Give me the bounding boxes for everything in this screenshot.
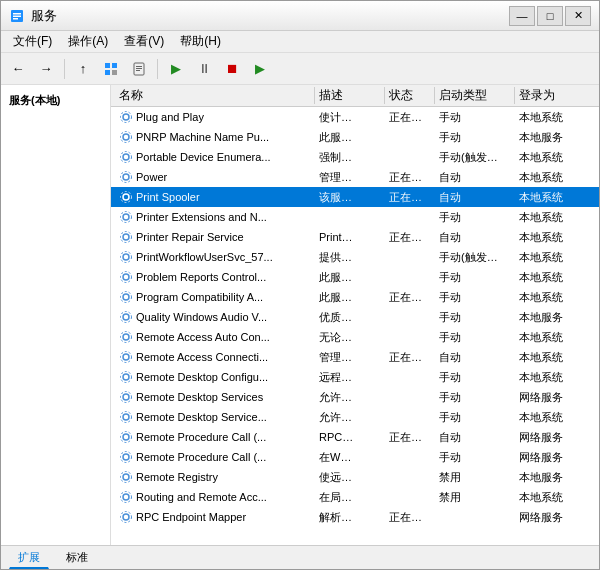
maximize-button[interactable]: □ [537, 6, 563, 26]
menu-help[interactable]: 帮助(H) [172, 31, 229, 52]
service-logon-cell: 本地系统 [515, 170, 595, 185]
restart-button[interactable]: ▶ [247, 57, 273, 81]
service-desc-cell: 强制… [315, 150, 385, 165]
service-name-cell: Portable Device Enumera... [115, 150, 315, 164]
service-startup-cell: 自动 [435, 170, 515, 185]
service-name-label: Program Compatibility A... [136, 291, 263, 303]
table-row[interactable]: PrintWorkflowUserSvc_57...提供…手动(触发…本地系统 [111, 247, 599, 267]
gear-icon [119, 150, 133, 164]
service-status-cell: 正在… [385, 170, 435, 185]
service-desc-cell: 解析… [315, 510, 385, 525]
service-logon-cell: 本地系统 [515, 270, 595, 285]
service-logon-cell: 本地系统 [515, 330, 595, 345]
service-startup-cell: 手动(触发… [435, 250, 515, 265]
table-row[interactable]: Remote Procedure Call (...在W…手动网络服务 [111, 447, 599, 467]
gear-icon [119, 470, 133, 484]
table-row[interactable]: Power管理…正在…自动本地系统 [111, 167, 599, 187]
close-button[interactable]: ✕ [565, 6, 591, 26]
menu-view[interactable]: 查看(V) [116, 31, 172, 52]
service-name-cell: Remote Access Auto Con... [115, 330, 315, 344]
svg-point-34 [121, 332, 132, 343]
table-row[interactable]: Remote Desktop Configu...远程…手动本地系统 [111, 367, 599, 387]
service-name-cell: Printer Extensions and N... [115, 210, 315, 224]
col-header-startup[interactable]: 启动类型 [435, 87, 515, 104]
service-logon-cell: 本地服务 [515, 130, 595, 145]
svg-point-32 [121, 312, 132, 323]
table-row[interactable]: Portable Device Enumera...强制…手动(触发…本地系统 [111, 147, 599, 167]
svg-point-44 [121, 432, 132, 443]
table-header: 名称 描述 状态 启动类型 登录为 [111, 85, 599, 107]
service-name-cell: Remote Procedure Call (... [115, 430, 315, 444]
pause-button[interactable]: ⏸ [191, 57, 217, 81]
service-startup-cell: 手动 [435, 330, 515, 345]
service-name-label: Power [136, 171, 167, 183]
service-status-cell: 正在… [385, 430, 435, 445]
svg-point-50 [121, 492, 132, 503]
table-row[interactable]: Routing and Remote Acc...在局…禁用本地系统 [111, 487, 599, 507]
stop-button[interactable]: ⏹ [219, 57, 245, 81]
service-name-cell: PrintWorkflowUserSvc_57... [115, 250, 315, 264]
gear-icon [119, 370, 133, 384]
service-name-label: Printer Repair Service [136, 231, 244, 243]
status-bar: 扩展 标准 [1, 545, 599, 569]
service-startup-cell: 自动 [435, 230, 515, 245]
window-title: 服务 [31, 7, 57, 25]
svg-point-35 [123, 334, 129, 340]
table-body[interactable]: Plug and Play使计…正在…手动本地系统PNRP Machine Na… [111, 107, 599, 545]
service-name-label: PNRP Machine Name Pu... [136, 131, 269, 143]
svg-rect-7 [112, 70, 117, 75]
col-header-logon[interactable]: 登录为 [515, 87, 595, 104]
table-row[interactable]: Remote Access Connecti...管理…正在…自动本地系统 [111, 347, 599, 367]
svg-point-46 [121, 452, 132, 463]
table-row[interactable]: RPC Endpoint Mapper解析…正在…网络服务 [111, 507, 599, 527]
toolbar-separator-1 [64, 59, 65, 79]
svg-rect-10 [136, 68, 142, 69]
table-row[interactable]: Print Spooler该服…正在…自动本地系统 [111, 187, 599, 207]
table-row[interactable]: Quality Windows Audio V...优质…手动本地服务 [111, 307, 599, 327]
svg-point-31 [123, 294, 129, 300]
gear-icon [119, 510, 133, 524]
table-row[interactable]: Remote Access Auto Con...无论…手动本地系统 [111, 327, 599, 347]
table-row[interactable]: Remote Procedure Call (...RPC…正在…自动网络服务 [111, 427, 599, 447]
menu-action[interactable]: 操作(A) [60, 31, 116, 52]
table-row[interactable]: Printer Repair ServicePrint…正在…自动本地系统 [111, 227, 599, 247]
service-name-cell: Remote Access Connecti... [115, 350, 315, 364]
table-row[interactable]: Remote Desktop Services允许…手动网络服务 [111, 387, 599, 407]
service-desc-cell: 提供… [315, 250, 385, 265]
table-row[interactable]: Remote Registry使远…禁用本地服务 [111, 467, 599, 487]
table-row[interactable]: Problem Reports Control...此服…手动本地系统 [111, 267, 599, 287]
svg-point-52 [121, 512, 132, 523]
service-logon-cell: 本地系统 [515, 190, 595, 205]
back-button[interactable]: ← [5, 57, 31, 81]
status-extend[interactable]: 扩展 [9, 547, 49, 569]
col-header-name[interactable]: 名称 [115, 87, 315, 104]
minimize-button[interactable]: — [509, 6, 535, 26]
svg-point-39 [123, 374, 129, 380]
service-name-label: Printer Extensions and N... [136, 211, 267, 223]
status-standard[interactable]: 标准 [57, 547, 97, 568]
sidebar-title: 服务(本地) [9, 93, 102, 108]
col-header-status[interactable]: 状态 [385, 87, 435, 104]
svg-point-12 [121, 112, 132, 123]
service-name-cell: Remote Desktop Configu... [115, 370, 315, 384]
sidebar: 服务(本地) [1, 85, 111, 545]
svg-point-29 [123, 274, 129, 280]
table-row[interactable]: Plug and Play使计…正在…手动本地系统 [111, 107, 599, 127]
table-row[interactable]: PNRP Machine Name Pu...此服…手动本地服务 [111, 127, 599, 147]
table-row[interactable]: Program Compatibility A...此服…正在…手动本地系统 [111, 287, 599, 307]
up-button[interactable]: ↑ [70, 57, 96, 81]
gear-icon [119, 490, 133, 504]
service-startup-cell: 手动 [435, 290, 515, 305]
svg-point-20 [121, 192, 132, 203]
start-button[interactable]: ▶ [163, 57, 189, 81]
menu-file[interactable]: 文件(F) [5, 31, 60, 52]
table-row[interactable]: Printer Extensions and N...手动本地系统 [111, 207, 599, 227]
table-row[interactable]: Remote Desktop Service...允许…手动本地系统 [111, 407, 599, 427]
forward-button[interactable]: → [33, 57, 59, 81]
svg-point-38 [121, 372, 132, 383]
properties-button[interactable] [126, 57, 152, 81]
show-button[interactable] [98, 57, 124, 81]
service-logon-cell: 本地服务 [515, 470, 595, 485]
service-logon-cell: 网络服务 [515, 390, 595, 405]
col-header-desc[interactable]: 描述 [315, 87, 385, 104]
